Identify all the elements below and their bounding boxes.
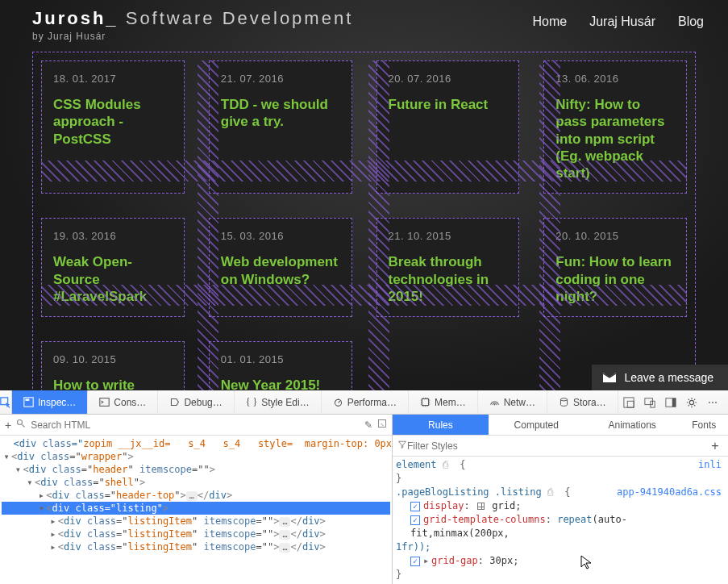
card-title: Web development on Windows? [221,253,340,288]
svg-rect-5 [422,398,428,405]
element-picker-button[interactable] [0,390,12,414]
card-date: 09. 10. 2015 [53,353,173,365]
tab-inspector[interactable]: Inspec… [12,390,88,414]
leave-message-label: Leave a message [624,371,713,384]
tab-memory[interactable]: Mem… [409,390,478,414]
checkbox-icon[interactable]: ✓ [410,515,420,525]
add-rule-button[interactable]: + [707,439,723,453]
card-date: 15. 03. 2016 [221,230,340,242]
twisty-icon[interactable] [36,489,46,502]
blog-card[interactable]: 20. 07. 2016Future in React [376,60,520,194]
card-date: 19. 03. 2016 [53,230,173,242]
card-date: 13. 06. 2016 [555,73,675,85]
blog-card[interactable]: 19. 03. 2016Weak Open-Source #LaravelSpa… [41,218,185,317]
close-devtools-icon[interactable]: ✕ [723,397,728,408]
blog-card[interactable]: 09. 10. 2015How to write quality JavaScr… [41,341,185,390]
card-date: 21. 10. 2015 [389,230,508,242]
more-icon[interactable]: ⋯ [702,397,723,408]
twisty-icon[interactable] [48,515,58,528]
tab-style-editor[interactable]: { } Style Edi… [235,390,322,414]
pin-icon[interactable]: ⎙ [443,459,448,470]
nav-home[interactable]: Home [532,15,567,29]
svg-rect-2 [25,398,29,400]
source-file-link[interactable]: app-941940ad6a.css [617,486,722,499]
eyedropper-icon[interactable] [377,419,387,431]
tab-performance[interactable]: Performa… [322,390,409,414]
rules-list[interactable]: element ⎙ {inli}.pageBlogListing .listin… [393,457,728,584]
card-title: New Year 2015! [221,377,340,390]
checkbox-icon[interactable]: ✓ [410,557,420,566]
inline-source[interactable]: inli [698,458,722,472]
search-html-input[interactable] [31,419,360,431]
edit-html-icon[interactable]: ✎ [364,419,372,431]
rules-tab[interactable]: Rules [393,415,489,435]
logo-bold: Jurosh_ [32,8,119,28]
blog-card[interactable]: 21. 10. 2015Break through technologies i… [376,218,520,317]
pin-icon[interactable]: ⎙ [547,486,553,498]
nav-blog[interactable]: Blog [678,15,704,29]
grid-icon [477,503,485,510]
nav-author[interactable]: Juraj Husár [589,15,655,29]
computed-tab[interactable]: Computed [489,415,584,435]
site-header: Jurosh_ Software Development by Juraj Hu… [0,0,728,52]
devtools-toolbar: Inspec… Cons… Debug… { } Style Edi… Perf… [0,390,728,415]
leave-message-button[interactable]: Leave a message [592,365,728,390]
blog-card[interactable]: 18. 01. 2017CSS Modules approach - PostC… [41,60,185,194]
responsive-mode-icon[interactable] [639,397,660,408]
card-title: Nifty: How to pass parameters into npm s… [555,96,675,181]
twisty-icon[interactable] [13,463,23,476]
logo[interactable]: Jurosh_ Software Development by Juraj Hu… [32,8,353,42]
tab-console[interactable]: Cons… [88,390,158,414]
tab-debugger[interactable]: Debug… [158,390,234,414]
twisty-icon[interactable] [48,528,58,540]
logo-subtitle: by Juraj Husár [32,31,353,42]
card-title: Fun: How to learn coding in one night? [555,253,675,305]
twisty-icon[interactable] [36,502,46,515]
mail-icon [603,373,616,382]
card-date: 01. 01. 2015 [221,353,340,365]
blog-card[interactable]: 15. 03. 2016Web development on Windows? [209,218,352,317]
svg-point-15 [18,420,23,425]
blog-card[interactable]: 13. 06. 2016Nifty: How to pass parameter… [543,60,687,194]
dock-side-icon[interactable] [660,397,681,408]
blog-card[interactable]: 01. 01. 2015New Year 2015! [209,341,352,390]
svg-point-7 [560,398,567,401]
card-date: 20. 10. 2015 [555,230,675,242]
card-title: TDD - we should give a try. [221,96,340,131]
blog-card[interactable]: 20. 10. 2015Fun: How to learn coding in … [543,218,687,317]
search-icon [16,419,26,431]
twisty-icon[interactable] [25,476,35,489]
twisty-icon[interactable] [2,450,11,463]
card-date: 21. 07. 2016 [221,73,340,85]
dom-panel: + ✎ <div class="zopim __jx__id= s_4 s_4 … [0,415,393,584]
card-title: CSS Modules approach - PostCSS [53,96,173,148]
nav: Home Juraj Husár Blog [532,8,704,29]
animations-tab[interactable]: Animations [584,415,680,435]
card-date: 18. 01. 2017 [53,73,173,85]
svg-rect-16 [379,420,386,428]
devtools: Inspec… Cons… Debug… { } Style Edi… Perf… [0,390,728,584]
fonts-tab[interactable]: Fonts [680,415,728,435]
svg-rect-8 [624,397,634,407]
dom-tree[interactable]: <div class="zopim __jx__id= s_4 s_4 styl… [0,436,392,584]
logo-rest: Software Development [119,8,354,28]
card-title: How to write quality JavaScript code? [53,377,173,390]
expand-icon[interactable]: ▸ [423,554,431,568]
settings-icon[interactable] [681,397,702,408]
twisty-icon[interactable] [48,540,58,553]
card-title: Future in React [389,96,508,113]
listing-container: 18. 01. 2017CSS Modules approach - PostC… [32,52,696,390]
svg-rect-3 [100,398,109,407]
card-date: 20. 07. 2016 [389,73,508,85]
tab-storage[interactable]: Stora… [547,390,618,414]
add-node-icon[interactable]: + [5,419,11,432]
svg-point-6 [493,404,495,406]
blog-card[interactable]: 21. 07. 2016TDD - we should give a try. [209,60,352,194]
card-title: Weak Open-Source #LaravelSpark [53,253,173,305]
checkbox-icon[interactable]: ✓ [410,502,420,511]
tab-network[interactable]: Netw… [478,390,547,414]
card-title: Break through technologies in 2015! [389,253,508,305]
filter-styles-input[interactable] [407,440,707,452]
svg-rect-9 [627,401,634,407]
iframe-picker-icon[interactable] [618,397,639,408]
